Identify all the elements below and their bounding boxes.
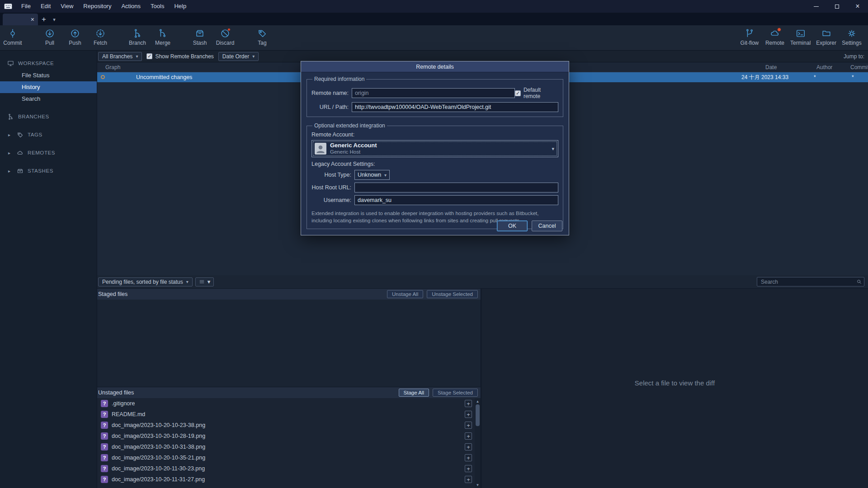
menu-edit[interactable]: Edit: [36, 0, 56, 13]
view-mode-dropdown[interactable]: ▾: [195, 277, 214, 286]
default-remote-checkbox[interactable]: ✓: [515, 90, 521, 96]
file-status-area: Pending files, sorted by file status ▾ ▾…: [97, 275, 868, 488]
new-tab-button[interactable]: +: [38, 14, 50, 25]
show-remote-branches-toggle[interactable]: ✓ Show Remote Branches: [146, 53, 213, 60]
stage-file-button[interactable]: +: [465, 465, 472, 472]
order-filter-dropdown[interactable]: Date Order ▾: [218, 52, 259, 61]
scroll-up-icon[interactable]: ▲: [475, 398, 481, 404]
tags-icon: [17, 131, 24, 138]
username-input[interactable]: [354, 195, 558, 205]
column-header-commit[interactable]: Commit: [850, 62, 868, 72]
sidebar-item-file-status[interactable]: File Status: [0, 70, 97, 81]
push-button[interactable]: Push: [62, 28, 88, 46]
titlebar: File Edit View Repository Actions Tools …: [0, 0, 868, 13]
stash-button[interactable]: Stash: [187, 28, 212, 46]
gitflow-label: Git-flow: [741, 40, 759, 46]
maximize-button[interactable]: [826, 0, 847, 13]
explorer-button[interactable]: Explorer: [813, 28, 839, 46]
remote-name-input[interactable]: [352, 88, 515, 98]
file-row[interactable]: ? doc_image/2023-10-20-11-31-27.png +: [97, 474, 475, 485]
branch-filter-dropdown[interactable]: All Branches ▾: [98, 52, 142, 61]
file-row[interactable]: ? README.md +: [97, 409, 475, 420]
gitflow-button[interactable]: Git-flow: [737, 28, 762, 46]
sidebar-section-branches[interactable]: BRANCHES: [0, 110, 97, 123]
sidebar-section-workspace[interactable]: WORKSPACE: [0, 57, 97, 70]
branches-title: BRANCHES: [18, 114, 49, 119]
minimize-button[interactable]: [806, 0, 826, 13]
stashes-chevron-icon[interactable]: ▸: [8, 169, 13, 174]
file-row[interactable]: ? .gitignore +: [97, 398, 475, 409]
terminal-button[interactable]: Terminal: [788, 28, 813, 46]
untracked-status-icon: ?: [101, 476, 108, 483]
column-header-date[interactable]: Date: [765, 62, 777, 72]
merge-button[interactable]: Merge: [150, 28, 175, 46]
stage-selected-button[interactable]: Stage Selected: [433, 389, 478, 397]
stage-file-button[interactable]: +: [465, 432, 472, 440]
file-search-input[interactable]: [757, 277, 864, 286]
file-row[interactable]: ? doc_image/2023-10-20-10-23-38.png +: [97, 420, 475, 431]
unstaged-scrollbar[interactable]: ▲ ▼: [475, 398, 481, 488]
sidebar-section-stashes[interactable]: ▸ STASHES: [0, 164, 97, 177]
remote-account-dropdown[interactable]: Generic Account Generic Host ▾: [311, 140, 558, 157]
stage-file-button[interactable]: +: [465, 400, 472, 407]
stage-file-button[interactable]: +: [465, 422, 472, 429]
scroll-down-icon[interactable]: ▼: [475, 482, 481, 488]
url-path-input[interactable]: [352, 102, 558, 112]
menu-actions[interactable]: Actions: [116, 0, 146, 13]
menu-tools[interactable]: Tools: [146, 0, 169, 13]
file-row[interactable]: ? doc_image/2023-10-20-11-30-23.png +: [97, 463, 475, 474]
commit-button[interactable]: Commit: [0, 28, 25, 46]
branch-button[interactable]: Branch: [125, 28, 150, 46]
pull-button[interactable]: Pull: [37, 28, 62, 46]
untracked-status-icon: ?: [101, 454, 108, 461]
discard-button[interactable]: Discard: [212, 28, 238, 46]
pending-files-dropdown[interactable]: Pending files, sorted by file status ▾: [98, 277, 193, 286]
required-information-group: Required information Remote name: ✓ Defa…: [307, 76, 563, 117]
terminal-label: Terminal: [790, 40, 811, 46]
stage-file-button[interactable]: +: [465, 476, 472, 483]
stage-file-button[interactable]: +: [465, 443, 472, 450]
sidebar-section-tags[interactable]: ▸ TAGS: [0, 128, 97, 141]
stage-file-button[interactable]: +: [465, 411, 472, 418]
scrollbar-thumb[interactable]: [476, 404, 480, 426]
pending-files-chevron-icon: ▾: [186, 279, 189, 284]
menu-help[interactable]: Help: [169, 0, 191, 13]
stage-all-button[interactable]: Stage All: [399, 389, 429, 397]
unstage-all-button[interactable]: Unstage All: [387, 290, 423, 298]
file-row[interactable]: ? doc_image/2023-10-20-10-31-38.png +: [97, 441, 475, 452]
repo-tab[interactable]: ×: [3, 14, 38, 25]
sidebar-section-remotes[interactable]: ▸ REMOTES: [0, 146, 97, 159]
file-name: doc_image/2023-10-20-10-35-21.png: [112, 455, 205, 461]
show-remote-branches-checkbox[interactable]: ✓: [146, 53, 152, 59]
fetch-icon: [95, 28, 105, 38]
file-row[interactable]: ? doc_image/2023-10-20-10-35-21.png +: [97, 452, 475, 463]
host-root-url-input[interactable]: [354, 183, 558, 192]
stage-file-button[interactable]: +: [465, 454, 472, 461]
settings-label: Settings: [842, 40, 861, 46]
menu-file[interactable]: File: [16, 0, 36, 13]
remote-button[interactable]: Remote: [762, 28, 788, 46]
remotes-chevron-icon[interactable]: ▸: [8, 150, 13, 155]
settings-button[interactable]: Settings: [839, 28, 864, 46]
column-header-graph[interactable]: Graph: [105, 62, 120, 72]
tags-chevron-icon[interactable]: ▸: [8, 132, 13, 137]
diff-panel: Select a file to view the diff: [481, 289, 868, 488]
file-row[interactable]: ? doc_image/2023-10-20-10-28-19.png +: [97, 431, 475, 441]
sidebar-item-search[interactable]: Search: [0, 93, 97, 105]
fetch-label: Fetch: [94, 40, 107, 46]
column-header-author[interactable]: Author: [816, 62, 832, 72]
staged-files-list[interactable]: [97, 300, 481, 387]
menu-view[interactable]: View: [56, 0, 78, 13]
host-type-dropdown[interactable]: Unknown ▾: [354, 170, 390, 180]
tab-close-icon[interactable]: ×: [31, 16, 34, 23]
tab-list-dropdown[interactable]: ▾: [50, 14, 59, 25]
close-button[interactable]: ×: [847, 0, 868, 13]
cancel-button[interactable]: Cancel: [532, 221, 562, 231]
unstage-selected-button[interactable]: Unstage Selected: [427, 290, 478, 298]
sidebar-item-history[interactable]: History: [0, 81, 97, 93]
menu-repository[interactable]: Repository: [78, 0, 116, 13]
tag-button[interactable]: Tag: [250, 28, 275, 46]
fetch-button[interactable]: Fetch: [88, 28, 113, 46]
ok-button[interactable]: OK: [497, 221, 528, 231]
default-remote-toggle[interactable]: ✓ Default remote: [515, 87, 558, 99]
